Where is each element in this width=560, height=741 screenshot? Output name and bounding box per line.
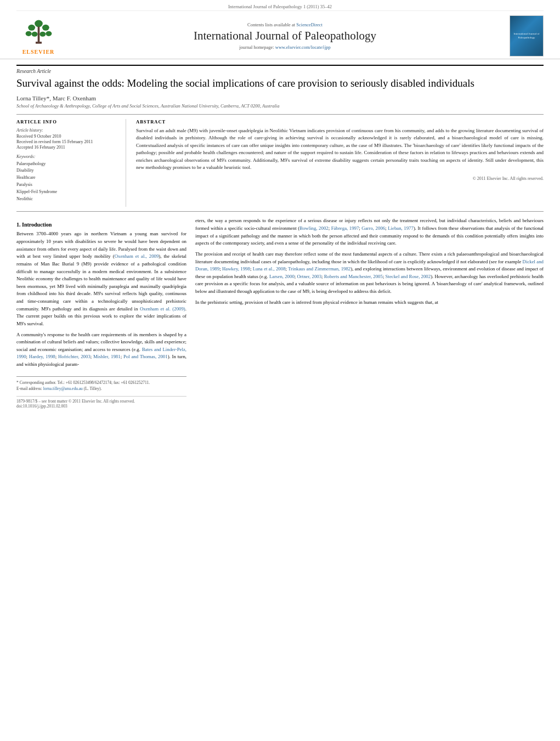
ortner-ref[interactable]: Ortner, 2003 [297,274,321,279]
authors: Lorna Tilley*, Marc F. Oxenham [16,95,544,101]
intro-heading: 1. Introduction [16,222,186,228]
copyright: © 2011 Elsevier Inc. All rights reserved… [136,176,544,181]
col-left: 1. Introduction Between 3700–4000 years … [16,217,186,409]
trinkaus-ref[interactable]: Trinkaus and Zimmerman, 1982 [288,266,350,271]
garro-ref[interactable]: Garro, 2006 [361,225,385,231]
affiliation: School of Archaeology & Anthropology, Co… [16,103,544,109]
abstract-section: ABSTRACT Survival of an adult male (M9) … [136,119,544,207]
svg-point-5 [46,31,52,36]
issn-line: 1879-9817/$ – see front matter © 2011 El… [16,396,186,409]
mishler-ref[interactable]: Mishler, 1981 [93,354,121,359]
right-para1: eters, the way a person responds to the … [195,217,544,247]
footnote-email-link[interactable]: lorna.tilley@anu.edu.au [43,386,83,391]
svg-point-4 [25,31,31,36]
keyword-5: Klippel-Feil Syndrome [16,189,120,196]
elsevier-label: ELSEVIER [22,49,55,55]
sciencedirect-link[interactable]: ScienceDirect [296,22,323,27]
page: International Journal of Paleopathology … [0,0,560,741]
article-history: Article history: Received 9 October 2010… [16,128,120,150]
two-col-body: 1. Introduction Between 3700–4000 years … [16,217,544,409]
keyword-1: Palaeopathology [16,161,120,168]
elsevier-logo: ELSEVIER [16,18,60,55]
journal-homepage: journal homepage: www.elsevier.com/locat… [60,44,510,50]
footnote-star: * Corresponding author. Tel.: +61 026125… [16,380,186,386]
footnote-email: E-mail address: lorna.tilley@anu.edu.au … [16,386,186,392]
svg-point-2 [28,24,35,30]
keywords-group: Keywords: Palaeopathology Disability Hea… [16,154,120,203]
article-info-abstract-section: ARTICLE INFO Article history: Received 9… [16,114,544,212]
article-body: Research Article Survival against the od… [0,59,560,414]
article-info: ARTICLE INFO Article history: Received 9… [16,119,126,207]
homepage-link[interactable]: www.elsevier.com/locate/ijpp [275,44,331,50]
fabrega-ref[interactable]: Fábrega, 1997 [331,225,359,231]
svg-rect-9 [36,42,42,44]
steckel-ref[interactable]: Steckel and Rose, 2002 [386,274,431,279]
footnote-divider: * Corresponding author. Tel.: +61 026125… [16,376,186,392]
keyword-3: Healthcare [16,174,120,182]
svg-rect-8 [37,26,39,42]
roberts-ref[interactable]: Roberts and Manchester, 2005 [324,274,383,279]
svg-point-1 [35,20,43,27]
right-para2: The provision and receipt of health care… [195,251,544,296]
larsen-ref[interactable]: Larsen, 2000 [269,274,295,279]
journal-title-center: Contents lists available at ScienceDirec… [60,22,510,50]
pol-thomas-ref[interactable]: Pol and Thomas, 2001 [123,354,168,359]
issn-text: 1879-9817/$ – see front matter © 2011 El… [16,399,186,404]
bowling-ref[interactable]: Bowling, 2002 [299,225,329,231]
elsevier-tree-icon [24,18,54,48]
contents-available: Contents lists available at ScienceDirec… [60,22,510,27]
article-info-title: ARTICLE INFO [16,119,120,125]
received-date: Received 9 October 2010 [16,134,120,139]
keyword-6: Neolithic [16,196,120,203]
cover-text: International Journal of Paleopathology [512,32,541,39]
hofrichter-ref[interactable]: Hofrichter, 2003 [58,354,90,359]
doi-text: doi:10.1016/j.ijpp.2011.02.003 [16,404,186,409]
journal-main-title: International Journal of Paleopathology [60,29,510,43]
oxenham-ref-1[interactable]: Oxenham et al., 2009 [115,253,159,259]
journal-citation: International Journal of Paleopathology … [228,4,332,9]
svg-point-6 [31,31,37,36]
header-inner: ELSEVIER Contents lists available at Sci… [16,13,544,59]
oxenham-ref-2[interactable]: Oxenham et al. (2009) [140,306,185,312]
accepted-date: Accepted 16 February 2011 [16,145,120,150]
history-label: Article history: [16,128,120,133]
keyword-4: Paralysis [16,182,120,189]
hardey-ref[interactable]: Hardey, 1998 [29,354,55,359]
keywords-label: Keywords: [16,154,120,159]
journal-cover-image: International Journal of Paleopathology [510,15,544,56]
intro-para2: A community's response to the health car… [16,331,186,369]
article-type-label: Research Article [16,65,544,74]
journal-top-bar: International Journal of Paleopathology … [16,2,544,11]
intro-para1: Between 3700–4000 years ago in northern … [16,230,186,327]
right-para3: In the prehistoric setting, provision of… [195,299,544,307]
keyword-2: Disability [16,167,120,174]
luna-ref[interactable]: Luna et al., 2008 [253,266,286,271]
abstract-text: Survival of an adult male (M9) with juve… [136,127,544,172]
hawkey-ref[interactable]: Hawkey, 1998 [222,266,250,271]
abstract-title: ABSTRACT [136,119,544,125]
svg-point-7 [39,31,46,36]
revised-date: Received in revised form 15 February 201… [16,139,120,144]
svg-point-3 [42,24,49,30]
article-title: Survival against the odds: Modeling the … [16,77,544,90]
col-right: eters, the way a person responds to the … [195,217,544,409]
journal-header: International Journal of Paleopathology … [0,0,560,59]
lieban-ref[interactable]: Lieban, 1977 [388,225,414,231]
